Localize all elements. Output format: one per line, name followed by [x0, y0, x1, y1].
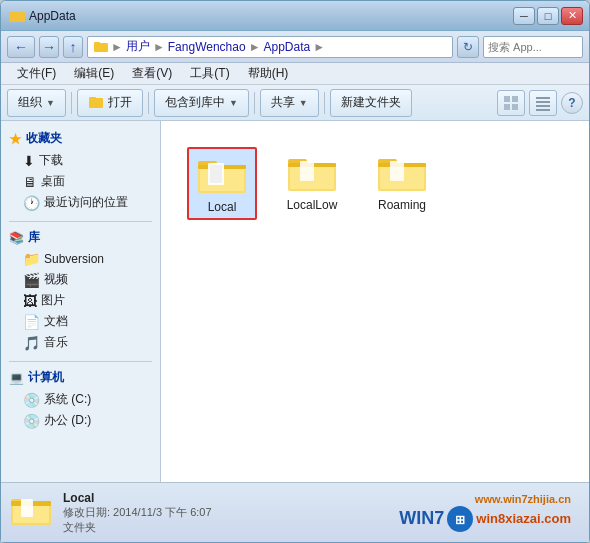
view-toggle-button[interactable]	[497, 90, 525, 116]
computer-icon: 💻	[9, 371, 24, 385]
sidebar-header-computer: 💻 计算机	[1, 366, 160, 389]
status-detail-line2: 文件夹	[63, 520, 387, 535]
svg-rect-7	[504, 96, 510, 102]
sidebar-item-recent[interactable]: 🕐 最近访问的位置	[1, 192, 160, 213]
menu-help[interactable]: 帮助(H)	[240, 64, 297, 83]
path-folder-icon	[94, 40, 108, 54]
sidebar: ★ 收藏夹 ⬇ 下载 🖥 桌面 🕐 最近访问的位置	[1, 121, 161, 482]
address-bar: ← → ↑ ► 用户 ► FangWenchao ► AppData ► ↻ 🔍	[1, 31, 589, 63]
svg-rect-12	[536, 101, 550, 103]
sidebar-item-system-c[interactable]: 💿 系统 (C:)	[1, 389, 160, 410]
subversion-icon: 📁	[23, 251, 40, 267]
view-icon	[503, 95, 519, 111]
sidebar-item-office-d[interactable]: 💿 办公 (D:)	[1, 410, 160, 431]
include-library-button[interactable]: 包含到库中 ▼	[154, 89, 249, 117]
back-button[interactable]: ←	[7, 36, 35, 58]
menu-bar: 文件(F) 编辑(E) 查看(V) 工具(T) 帮助(H)	[1, 63, 589, 85]
up-button[interactable]: ↑	[63, 36, 83, 58]
path-sep2: ►	[153, 40, 165, 54]
content-area: ★ 收藏夹 ⬇ 下载 🖥 桌面 🕐 最近访问的位置	[1, 121, 589, 482]
open-icon	[88, 95, 104, 111]
library-icon: 📚	[9, 231, 24, 245]
path-user[interactable]: FangWenchao	[168, 40, 246, 54]
organize-arrow: ▼	[46, 98, 55, 108]
address-path[interactable]: ► 用户 ► FangWenchao ► AppData ►	[87, 36, 453, 58]
svg-rect-2	[9, 12, 25, 22]
refresh-button[interactable]: ↻	[457, 36, 479, 58]
svg-rect-27	[300, 161, 314, 181]
include-arrow: ▼	[229, 98, 238, 108]
windows-logo-icon: ⊞	[446, 505, 474, 533]
sidebar-section-library: 📚 库 📁 Subversion 🎬 视频 🖼 图片 📄 文档	[1, 226, 160, 353]
toolbar-sep4	[324, 92, 325, 114]
sidebar-section-favorites: ★ 收藏夹 ⬇ 下载 🖥 桌面 🕐 最近访问的位置	[1, 127, 160, 213]
folder-item-locallow[interactable]: LocalLow	[277, 147, 347, 220]
open-button[interactable]: 打开	[77, 89, 143, 117]
folder-icon-local	[196, 153, 248, 197]
svg-rect-33	[390, 161, 404, 181]
share-button[interactable]: 共享 ▼	[260, 89, 319, 117]
toolbar-right: ?	[497, 90, 583, 116]
status-detail-line1: 修改日期: 2014/11/3 下午 6:07	[63, 505, 387, 520]
menu-file[interactable]: 文件(F)	[9, 64, 64, 83]
sidebar-divider-2	[9, 361, 152, 362]
svg-rect-9	[504, 104, 510, 110]
pictures-icon: 🖼	[23, 293, 37, 309]
status-folder-name: Local	[63, 491, 387, 505]
path-sep4: ►	[313, 40, 325, 54]
path-folder[interactable]: AppData	[264, 40, 311, 54]
sidebar-item-desktop[interactable]: 🖥 桌面	[1, 171, 160, 192]
path-sep3: ►	[249, 40, 261, 54]
svg-text:⊞: ⊞	[455, 513, 465, 527]
forward-button[interactable]: →	[39, 36, 59, 58]
sidebar-item-pictures[interactable]: 🖼 图片	[1, 290, 160, 311]
new-folder-button[interactable]: 新建文件夹	[330, 89, 412, 117]
menu-edit[interactable]: 编辑(E)	[66, 64, 122, 83]
window-controls: ─ □ ✕	[513, 7, 583, 25]
sidebar-item-video[interactable]: 🎬 视频	[1, 269, 160, 290]
svg-rect-14	[536, 109, 550, 111]
sidebar-item-subversion[interactable]: 📁 Subversion	[1, 249, 160, 269]
file-pane: Local LocalLow	[161, 121, 589, 482]
path-root[interactable]: 用户	[126, 38, 150, 55]
recent-icon: 🕐	[23, 195, 40, 211]
close-button[interactable]: ✕	[561, 7, 583, 25]
watermark: www.win7zhijia.cn WIN7 ⊞ win8xiazai.com	[399, 493, 571, 533]
folder-icon-roaming	[376, 151, 428, 195]
svg-rect-6	[89, 97, 96, 100]
minimize-button[interactable]: ─	[513, 7, 535, 25]
folder-item-roaming[interactable]: Roaming	[367, 147, 437, 220]
window-title: AppData	[29, 9, 76, 23]
sidebar-item-music[interactable]: 🎵 音乐	[1, 332, 160, 353]
path-sep1: ►	[111, 40, 123, 54]
title-folder-icon	[9, 8, 25, 24]
folder-item-local[interactable]: Local	[187, 147, 257, 220]
documents-icon: 📄	[23, 314, 40, 330]
win7-logo: WIN7	[399, 508, 444, 529]
folder-icon-locallow	[286, 151, 338, 195]
menu-view[interactable]: 查看(V)	[124, 64, 180, 83]
watermark-url: www.win7zhijia.cn	[399, 493, 571, 505]
sidebar-item-documents[interactable]: 📄 文档	[1, 311, 160, 332]
watermark-logo-area: WIN7 ⊞ win8xiazai.com	[399, 505, 571, 533]
desktop-icon: 🖥	[23, 174, 37, 190]
star-icon: ★	[9, 131, 22, 147]
status-bar: Local 修改日期: 2014/11/3 下午 6:07 文件夹 www.wi…	[1, 482, 589, 542]
sidebar-divider-1	[9, 221, 152, 222]
maximize-button[interactable]: □	[537, 7, 559, 25]
search-input[interactable]	[488, 41, 590, 53]
share-arrow: ▼	[299, 98, 308, 108]
organize-button[interactable]: 组织 ▼	[7, 89, 66, 117]
svg-rect-39	[21, 499, 33, 517]
toolbar: 组织 ▼ 打开 包含到库中 ▼ 共享 ▼ 新建文件夹	[1, 85, 589, 121]
search-box[interactable]: 🔍	[483, 36, 583, 58]
folder-label-roaming: Roaming	[378, 198, 426, 212]
video-icon: 🎬	[23, 272, 40, 288]
view-details-button[interactable]	[529, 90, 557, 116]
music-icon: 🎵	[23, 335, 40, 351]
sidebar-item-downloads[interactable]: ⬇ 下载	[1, 150, 160, 171]
drive-d-icon: 💿	[23, 413, 40, 429]
svg-rect-8	[512, 96, 518, 102]
help-button[interactable]: ?	[561, 92, 583, 114]
menu-tools[interactable]: 工具(T)	[182, 64, 237, 83]
